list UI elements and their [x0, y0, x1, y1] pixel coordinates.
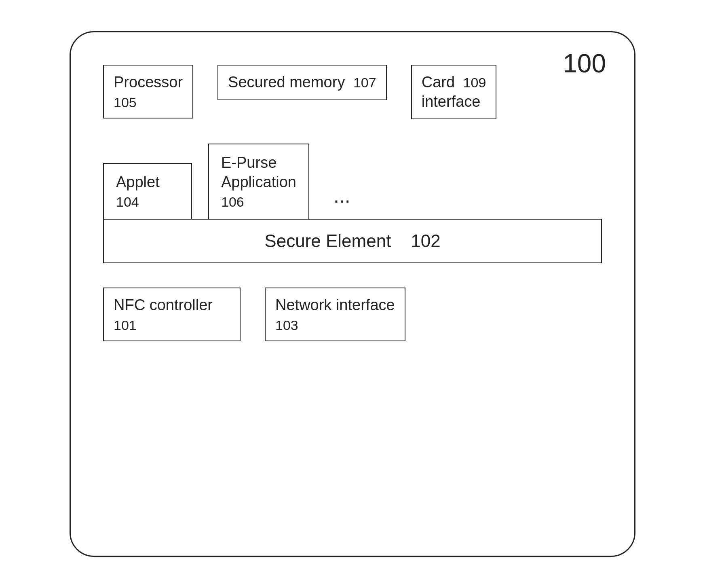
middle-section: Applet 104 E-PurseApplication 106 ... Se… [103, 144, 602, 263]
processor-box: Processor 105 [103, 65, 193, 118]
nfc-controller-box: NFC controller 101 [103, 288, 241, 341]
secured-memory-number: 107 [353, 75, 376, 90]
diagram-outer-box: 100 Processor 105 Secured memory 107 Car… [70, 31, 635, 557]
network-interface-number: 103 [275, 317, 395, 333]
secure-element-box: Secure Element 102 [103, 219, 602, 263]
epurse-box: E-PurseApplication 106 [208, 144, 309, 220]
secure-element-label: Secure Element 102 [264, 231, 440, 251]
network-interface-label: Network interface [275, 296, 395, 313]
processor-number: 105 [114, 95, 183, 110]
card-interface-number: 109 [463, 75, 486, 90]
top-row: Processor 105 Secured memory 107 Card 10… [103, 65, 602, 119]
apps-row: Applet 104 E-PurseApplication 106 ... [103, 144, 602, 220]
applet-label: Applet [116, 173, 160, 190]
epurse-label: E-PurseApplication [221, 154, 296, 190]
applet-number: 104 [116, 194, 179, 210]
secure-element-number: 102 [411, 231, 440, 251]
ellipsis: ... [325, 180, 359, 220]
nfc-controller-label: NFC controller [114, 296, 213, 313]
secured-memory-label: Secured memory 107 [228, 74, 376, 91]
network-interface-box: Network interface 103 [265, 288, 405, 341]
processor-label: Processor [114, 74, 183, 91]
card-interface-box: Card 109interface [411, 65, 497, 119]
card-interface-label: Card 109interface [422, 74, 486, 110]
epurse-number: 106 [221, 194, 296, 210]
applet-box: Applet 104 [103, 163, 192, 220]
page-container: 100 Processor 105 Secured memory 107 Car… [0, 0, 705, 588]
nfc-controller-number: 101 [114, 317, 230, 333]
bottom-row: NFC controller 101 Network interface 103 [103, 288, 602, 341]
secured-memory-box: Secured memory 107 [217, 65, 387, 100]
outer-ref-number: 100 [563, 49, 606, 78]
